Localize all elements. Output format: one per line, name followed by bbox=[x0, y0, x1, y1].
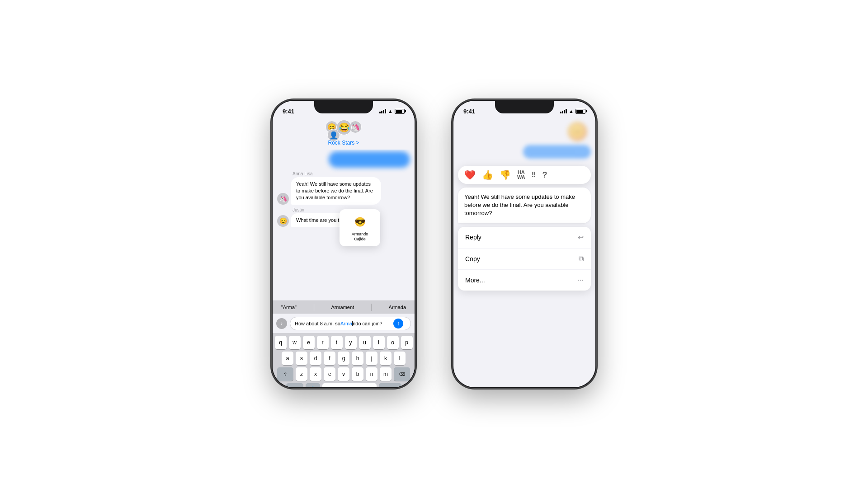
reaction-question[interactable]: ? bbox=[542, 170, 547, 180]
key-q[interactable]: q bbox=[275, 336, 287, 349]
right-message-container: Yeah! We still have some updates to make… bbox=[458, 188, 591, 223]
context-menu: Reply ↩ Copy ⧉ More... ··· bbox=[458, 227, 591, 291]
reaction-bar: ❤️ 👍 👎 HAWA ‼ ? bbox=[458, 166, 591, 184]
key-p[interactable]: p bbox=[401, 336, 413, 349]
right-screen-content: 🌞 ❤️ 👍 👎 HAWA ‼ ? Yeah! We still have so… bbox=[453, 117, 595, 387]
anna-message-row: 🦄 Yeah! We still have some updates to ma… bbox=[277, 177, 410, 205]
justin-text: What time are you thin bbox=[296, 217, 346, 223]
keyboard-row-1: q w e r t y u i o p bbox=[274, 336, 413, 349]
context-more[interactable]: More... ··· bbox=[458, 270, 591, 291]
key-w[interactable]: w bbox=[289, 336, 301, 349]
status-time-right: 9:41 bbox=[463, 108, 475, 115]
blurred-sent-msg bbox=[523, 145, 591, 159]
key-f[interactable]: f bbox=[324, 352, 335, 365]
justin-avatar: 😊 bbox=[277, 215, 289, 227]
key-shift[interactable]: ⇧ bbox=[277, 367, 293, 381]
reaction-thumbsdown[interactable]: 👎 bbox=[500, 169, 511, 180]
status-icons-right: ▲ bbox=[560, 108, 585, 114]
group-avatars: 😊 😂 🦄 👤 bbox=[326, 120, 362, 139]
anna-message-bubble[interactable]: Yeah! We still have some updates to make… bbox=[291, 177, 381, 205]
right-screen: 9:41 ▲ 🌞 bbox=[453, 101, 595, 387]
context-reply-label: Reply bbox=[465, 234, 481, 241]
keyboard-row-3: ⇧ z x c v b n m ⌫ bbox=[274, 367, 413, 381]
autocomplete-1[interactable]: "Arma" bbox=[281, 305, 297, 310]
mention-avatar: 😎 bbox=[352, 214, 368, 230]
key-space[interactable]: space bbox=[322, 383, 377, 387]
reply-icon: ↩ bbox=[578, 233, 584, 242]
input-text-highlighted: Arma bbox=[340, 321, 352, 326]
right-message-bubble[interactable]: Yeah! We still have some updates to make… bbox=[458, 188, 591, 223]
reaction-haha[interactable]: HAWA bbox=[517, 170, 525, 180]
key-m[interactable]: m bbox=[380, 367, 392, 381]
status-time-left: 9:41 bbox=[283, 108, 294, 115]
mention-popup[interactable]: 😎 ArmandoCajide bbox=[340, 209, 380, 246]
key-c[interactable]: c bbox=[324, 367, 335, 381]
autocomplete-divider-1 bbox=[314, 304, 314, 311]
key-v[interactable]: v bbox=[338, 367, 349, 381]
key-g[interactable]: g bbox=[338, 352, 349, 365]
context-copy[interactable]: Copy ⧉ bbox=[458, 249, 591, 270]
more-icon: ··· bbox=[578, 276, 584, 284]
wifi-icon: ▲ bbox=[388, 108, 393, 114]
left-screen-content: 😊 😂 🦄 👤 Rock Stars > Anna Lisa 🦄 Yeah! W… bbox=[273, 117, 415, 387]
key-n[interactable]: n bbox=[366, 367, 377, 381]
key-e[interactable]: e bbox=[303, 336, 315, 349]
key-delete[interactable]: ⌫ bbox=[394, 367, 410, 381]
context-copy-label: Copy bbox=[465, 255, 480, 263]
right-phone: 9:41 ▲ 🌞 bbox=[452, 99, 597, 389]
copy-icon: ⧉ bbox=[579, 255, 584, 263]
autocomplete-divider-2 bbox=[371, 304, 372, 311]
sender-anna-label: Anna Lisa bbox=[292, 171, 410, 176]
scene: 9:41 ▲ bbox=[271, 99, 597, 389]
status-icons-left: ▲ bbox=[379, 108, 405, 114]
notch bbox=[314, 101, 373, 113]
expand-button[interactable]: › bbox=[276, 318, 287, 329]
context-more-label: More... bbox=[465, 277, 485, 284]
blurred-emoji: 🌞 bbox=[567, 122, 587, 141]
send-button[interactable]: ↑ bbox=[393, 319, 403, 328]
input-area-left: › How about 8 a.m. so Armando can join? … bbox=[273, 314, 415, 333]
key-a[interactable]: a bbox=[282, 352, 293, 365]
key-l[interactable]: l bbox=[394, 352, 406, 365]
key-k[interactable]: k bbox=[380, 352, 392, 365]
reaction-heart[interactable]: ❤️ bbox=[464, 169, 476, 180]
context-reply[interactable]: Reply ↩ bbox=[458, 227, 591, 249]
key-s[interactable]: s bbox=[296, 352, 307, 365]
reaction-exclaim[interactable]: ‼ bbox=[532, 171, 536, 179]
key-return[interactable]: return bbox=[379, 383, 401, 387]
message-input[interactable]: How about 8 a.m. so Armando can join? ↑ bbox=[290, 317, 411, 330]
blurred-message-left bbox=[329, 151, 410, 168]
autocomplete-bar: "Arma" Armament Armada bbox=[273, 300, 415, 314]
battery-fill bbox=[396, 110, 402, 113]
input-text-before: How about 8 a.m. so bbox=[295, 321, 340, 326]
notch-right bbox=[495, 101, 554, 113]
key-b[interactable]: b bbox=[352, 367, 363, 381]
key-emoji[interactable]: 🌐 bbox=[306, 383, 320, 387]
chat-header-left: 😊 😂 🦄 👤 Rock Stars > bbox=[273, 117, 415, 150]
key-h[interactable]: h bbox=[352, 352, 363, 365]
reaction-thumbsup[interactable]: 👍 bbox=[482, 169, 493, 180]
key-o[interactable]: o bbox=[387, 336, 399, 349]
chat-messages-left: Anna Lisa 🦄 Yeah! We still have some upd… bbox=[273, 150, 415, 300]
key-i[interactable]: i bbox=[373, 336, 385, 349]
key-x[interactable]: x bbox=[310, 367, 321, 381]
input-text-after: ndo can join? bbox=[353, 321, 382, 326]
left-screen: 9:41 ▲ bbox=[273, 101, 415, 387]
autocomplete-2[interactable]: Armament bbox=[331, 305, 354, 310]
key-numbers[interactable]: 123 bbox=[286, 383, 303, 387]
key-d[interactable]: d bbox=[310, 352, 321, 365]
keyboard: q w e r t y u i o p a s d bbox=[273, 333, 415, 387]
autocomplete-3[interactable]: Armada bbox=[389, 305, 406, 310]
left-phone: 9:41 ▲ bbox=[271, 99, 416, 389]
key-z[interactable]: z bbox=[296, 367, 307, 381]
key-t[interactable]: t bbox=[331, 336, 343, 349]
key-u[interactable]: u bbox=[359, 336, 371, 349]
keyboard-row-2: a s d f g h j k l bbox=[274, 352, 413, 365]
avatar-center: 😂 bbox=[336, 120, 352, 135]
key-j[interactable]: j bbox=[366, 352, 377, 365]
battery-icon-right bbox=[576, 109, 585, 114]
key-y[interactable]: y bbox=[345, 336, 357, 349]
signal-icon-right bbox=[560, 109, 567, 113]
key-r[interactable]: r bbox=[317, 336, 329, 349]
anna-avatar: 🦄 bbox=[277, 193, 289, 205]
